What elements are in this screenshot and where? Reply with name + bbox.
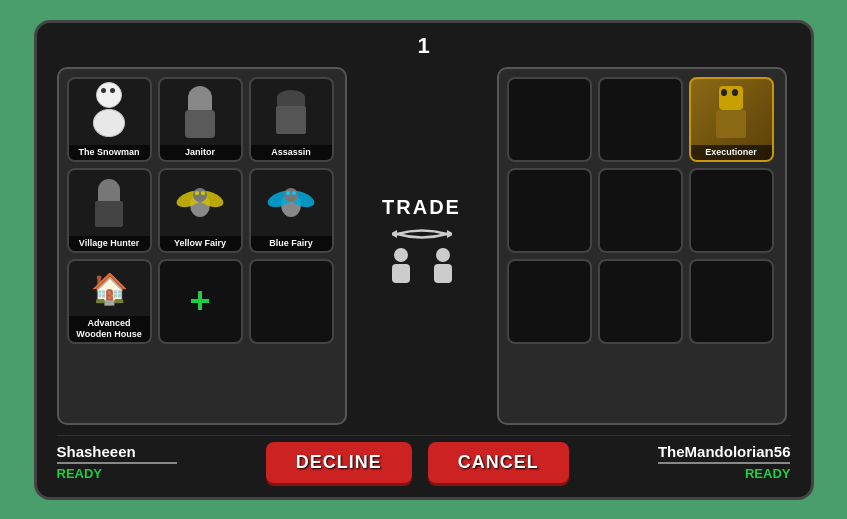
item-slot-executioner[interactable]: Executioner: [689, 77, 774, 162]
left-player-name: Shasheeen: [57, 443, 177, 460]
right-player-info: TheMandolorian56 READY: [658, 443, 791, 481]
snowman-img: [69, 79, 150, 145]
executioner-head: [719, 86, 743, 110]
svg-point-10: [286, 191, 290, 195]
svg-marker-13: [392, 230, 397, 238]
decline-button[interactable]: DECLINE: [266, 442, 412, 483]
janitor-label: Janitor: [160, 145, 241, 160]
left-player-info: Shasheeen READY: [57, 443, 177, 481]
snowman-label: The Snowman: [69, 145, 150, 160]
assassin-label: Assassin: [251, 145, 332, 160]
item-slot-yellow-fairy[interactable]: Yellow Fairy: [158, 168, 243, 253]
snowman-char: [93, 82, 125, 137]
svg-point-16: [436, 248, 450, 262]
blue-fairy-svg: [265, 177, 317, 229]
right-empty-6: [507, 259, 592, 344]
cancel-button[interactable]: CANCEL: [428, 442, 569, 483]
trade-icon: [382, 225, 462, 295]
executioner-body: [716, 110, 746, 138]
item-slot-janitor[interactable]: Janitor: [158, 77, 243, 162]
village-hunter-body: [95, 201, 123, 227]
svg-point-3: [193, 188, 207, 202]
trade-middle: TRADE: [357, 67, 487, 425]
janitor-img: [160, 79, 241, 145]
person-left-icon: [388, 247, 414, 283]
snowman-body: [93, 109, 125, 137]
janitor-char: [185, 86, 215, 138]
executioner-img: [691, 79, 772, 145]
trade-arrows-svg: [392, 225, 452, 243]
snowman-head: [96, 82, 122, 108]
village-hunter-char: [95, 179, 123, 227]
add-item-slot[interactable]: +: [158, 259, 243, 344]
item-slot-blue-fairy[interactable]: Blue Fairy: [249, 168, 334, 253]
trade-body: The Snowman Janitor: [57, 67, 791, 425]
yellow-fairy-label: Yellow Fairy: [160, 236, 241, 251]
trade-number: 1: [57, 33, 791, 59]
blue-fairy-label: Blue Fairy: [251, 236, 332, 251]
janitor-body: [185, 110, 215, 138]
svg-marker-12: [447, 230, 452, 238]
trade-dialog: 1 The Snowman: [34, 20, 814, 500]
right-empty-4: [598, 168, 683, 253]
right-player-status: READY: [658, 466, 791, 481]
blue-fairy-img: [251, 170, 332, 236]
buttons-row: DECLINE CANCEL: [266, 442, 569, 483]
trade-footer: Shasheeen READY DECLINE CANCEL TheMandol…: [57, 435, 791, 483]
yellow-fairy-img: [160, 170, 241, 236]
item-slot-snowman[interactable]: The Snowman: [67, 77, 152, 162]
executioner-char: [716, 86, 746, 138]
item-slot-assassin[interactable]: Assassin: [249, 77, 334, 162]
yellow-fairy-svg: [174, 177, 226, 229]
person-right-icon: [430, 247, 456, 283]
svg-point-14: [394, 248, 408, 262]
svg-point-11: [292, 191, 296, 195]
assassin-img: [251, 79, 332, 145]
right-empty-2: [598, 77, 683, 162]
assassin-char: [276, 90, 306, 134]
svg-point-4: [195, 191, 199, 195]
svg-point-9: [284, 188, 298, 202]
village-hunter-head: [98, 179, 120, 201]
wooden-house-label: Advanced Wooden House: [69, 316, 150, 342]
svg-point-5: [201, 191, 205, 195]
wooden-house-img: 🏠: [69, 261, 150, 316]
trade-label: TRADE: [382, 196, 461, 219]
left-player-status: READY: [57, 466, 177, 481]
village-hunter-img: [69, 170, 150, 236]
executioner-label: Executioner: [691, 145, 772, 160]
plus-icon: +: [189, 280, 210, 322]
svg-rect-15: [392, 264, 410, 283]
janitor-head: [188, 86, 212, 110]
right-empty-8: [689, 259, 774, 344]
empty-slot-1: [249, 259, 334, 344]
right-items-grid: Executioner: [497, 67, 787, 425]
right-empty-1: [507, 77, 592, 162]
right-player-name: TheMandolorian56: [658, 443, 791, 460]
left-player-divider: [57, 462, 177, 464]
assassin-hood: [277, 90, 305, 106]
right-empty-3: [507, 168, 592, 253]
right-empty-5: [689, 168, 774, 253]
right-player-divider: [658, 462, 791, 464]
right-empty-7: [598, 259, 683, 344]
left-items-grid: The Snowman Janitor: [57, 67, 347, 425]
item-slot-village-hunter[interactable]: Village Hunter: [67, 168, 152, 253]
assassin-body: [276, 106, 306, 134]
item-slot-wooden-house[interactable]: 🏠 Advanced Wooden House: [67, 259, 152, 344]
village-hunter-label: Village Hunter: [69, 236, 150, 251]
svg-rect-17: [434, 264, 452, 283]
